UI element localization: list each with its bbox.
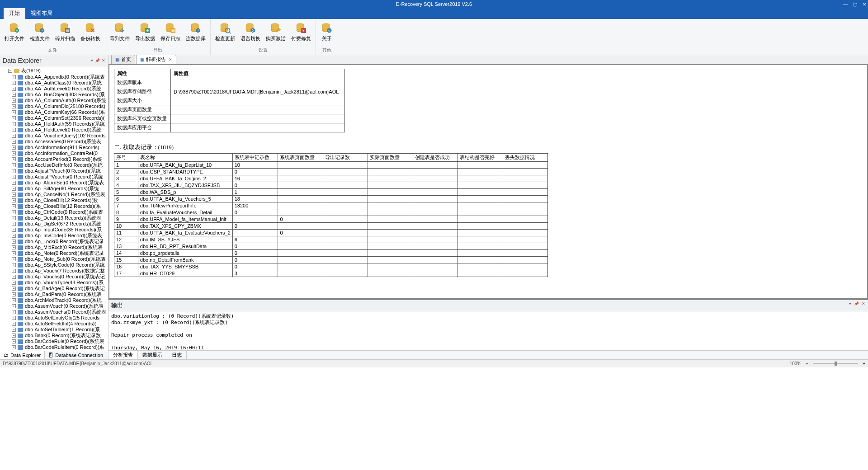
pin-icon[interactable]: 📌: [95, 58, 100, 63]
expand-icon[interactable]: +: [12, 134, 16, 138]
dropdown-icon[interactable]: ▾: [91, 58, 93, 63]
ribbon-导出数据[interactable]: 导出数据: [132, 20, 158, 47]
tree-node[interactable]: +dbo.Ap_Vouch(7 Records)(数据完整: [0, 268, 108, 274]
tree-node[interactable]: +dbo.AA_BusObject(303 Records)(系: [0, 92, 108, 98]
expand-icon[interactable]: +: [12, 328, 16, 332]
dropdown-icon[interactable]: ▾: [849, 301, 851, 310]
table-row[interactable]: 7dbo.TbNewPrnReportInfo13200: [114, 202, 548, 209]
expand-icon[interactable]: +: [12, 181, 16, 185]
tree-node[interactable]: +dbo.BarCodeRuleItem(0 Record)(系: [0, 344, 108, 350]
doc-tab-home[interactable]: ▦首页: [111, 55, 135, 64]
expand-icon[interactable]: +: [12, 339, 16, 343]
output-tab-data[interactable]: 数据显示: [138, 351, 167, 359]
expand-icon[interactable]: +: [12, 157, 16, 161]
expand-icon[interactable]: +: [12, 310, 16, 314]
tree-node[interactable]: +dbo.AccUseDefInfo(0 Record)(系统: [0, 162, 108, 168]
expand-icon[interactable]: +: [12, 146, 16, 150]
tree-node[interactable]: +dbo.AccInformation_ContraRef(0: [0, 150, 108, 156]
expand-icon[interactable]: +: [12, 93, 16, 97]
expand-icon[interactable]: +: [12, 334, 16, 338]
table-row[interactable]: 3dbo.UFFA_BAK_fa_Origins_216: [114, 175, 548, 182]
close-icon[interactable]: ✕: [863, 2, 866, 7]
expand-icon[interactable]: +: [12, 345, 16, 349]
tree-node[interactable]: +dbo.Ap_InvCode(0 Record)(系统表: [0, 233, 108, 239]
table-row[interactable]: 9dbo.UFFA_Model_fa_ItemsManual_Init0: [114, 216, 548, 223]
expand-icon[interactable]: +: [12, 169, 16, 173]
expand-icon[interactable]: +: [12, 240, 16, 244]
expand-icon[interactable]: +: [12, 251, 16, 255]
tree-node[interactable]: +dbo.AutoSetFieldInf(4 Records)(: [0, 321, 108, 327]
tree-node[interactable]: +dbo.Ap_InputCode(35 Records)(系: [0, 227, 108, 233]
table-row[interactable]: 11dbo.UFFA_BAK_fa_EvaluateVouchers_20: [114, 230, 548, 236]
tree-node[interactable]: +dbo.AA_Appendix(0 Record)(系统表: [0, 74, 108, 80]
tree-node[interactable]: +dbo.AA_ColumnKey(66 Records)(系: [0, 109, 108, 115]
table-row[interactable]: 8dbo.fa_EvaluateVouchers_Detail0: [114, 209, 548, 216]
table-row[interactable]: 1dbo.UFFA_BAK_fa_DeprList_1010: [114, 162, 548, 169]
panel-close-icon[interactable]: ✕: [102, 58, 105, 63]
ribbon-打开文件[interactable]: +打开文件: [2, 20, 27, 47]
tree-node[interactable]: +dbo.Ar_BadPara(0 Record)(系统表: [0, 291, 108, 297]
expand-icon[interactable]: +: [12, 104, 16, 108]
ribbon-碎片扫描[interactable]: 碎片扫描: [52, 20, 78, 47]
tree-node[interactable]: +dbo.AA_AuthClass(0 Record)(系统: [0, 80, 108, 86]
expand-icon[interactable]: +: [12, 287, 16, 291]
tree-node[interactable]: +dbo.Ap_Note_Sub(0 Record)(系统表: [0, 256, 108, 262]
ribbon-备份转换[interactable]: 备份转换: [78, 20, 103, 47]
ribbon-关于[interactable]: ?关于: [318, 20, 336, 47]
tree-node[interactable]: +dbo.AutoSetTableInf(1 Record)(系: [0, 327, 108, 333]
expand-icon[interactable]: +: [12, 263, 16, 267]
tree-node[interactable]: +dbo.Ap_CloseBill(12 Records)(数: [0, 197, 108, 203]
expand-icon[interactable]: +: [12, 316, 16, 320]
expand-icon[interactable]: +: [12, 187, 16, 191]
expand-icon[interactable]: +: [12, 99, 16, 103]
tree-node[interactable]: +dbo.Ap_Detail(19 Records)(系统表: [0, 215, 108, 221]
expand-icon[interactable]: +: [12, 298, 16, 302]
output-tab-analysis[interactable]: 分析报告: [108, 351, 138, 359]
expand-icon[interactable]: +: [12, 87, 16, 91]
table-row[interactable]: 14dbo.pp_srpdetails0: [114, 250, 548, 257]
expand-icon[interactable]: +: [12, 81, 16, 85]
tree-node[interactable]: +dbo.Ap_DigSet(672 Records)(系统: [0, 221, 108, 227]
tree-node[interactable]: +dbo.Ap_Lock(0 Record)(系统表记录: [0, 239, 108, 244]
table-row[interactable]: 2dbo.GSP_STANDARDTYPE0: [114, 169, 548, 175]
ribbon-付费修复[interactable]: ¥付费修复: [288, 20, 314, 47]
tree-node[interactable]: +dbo.Ap_SStyleCode(0 Record)(系统: [0, 262, 108, 268]
pin-icon[interactable]: 📌: [854, 301, 859, 310]
expand-icon[interactable]: +: [12, 245, 16, 249]
tree-node[interactable]: +dbo.AA_ColumnDic(25100 Records): [0, 103, 108, 109]
table-row[interactable]: 15dbo.nb_DetailFromBank0: [114, 257, 548, 263]
expand-icon[interactable]: +: [12, 275, 16, 279]
tree-node[interactable]: +dbo.AA_AuthLevel(0 Record)(系统: [0, 86, 108, 92]
tree-node[interactable]: +dbo.Ap_AlarmSet(0 Record)(系统表: [0, 180, 108, 186]
table-row[interactable]: 13dbo.HR_BD_RPT_ResultData0: [114, 243, 548, 250]
expand-icon[interactable]: +: [12, 304, 16, 308]
tree-node[interactable]: +dbo.AdjustPVouchs(0 Record)(系统: [0, 174, 108, 180]
expand-icon[interactable]: +: [12, 204, 16, 208]
expand-icon[interactable]: +: [12, 193, 16, 197]
tree-node[interactable]: +dbo.Bank(0 Record)(系统表记录数: [0, 333, 108, 338]
tree-node[interactable]: +dbo.AccInformation(911 Records): [0, 145, 108, 150]
expand-icon[interactable]: +: [12, 110, 16, 114]
tree-node[interactable]: +dbo.AdjustPVouch(0 Record)(系统: [0, 168, 108, 174]
ribbon-连数据库[interactable]: 连数据库: [183, 20, 208, 47]
zoom-slider[interactable]: [813, 363, 858, 364]
expand-icon[interactable]: +: [12, 198, 16, 202]
tree-node[interactable]: +dbo.AA_HoldAuth(59 Records)(系统: [0, 121, 108, 127]
tree-node[interactable]: +dbo.Ap_Note(0 Record)(系统表记录: [0, 250, 108, 256]
table-row[interactable]: 4dbo.TAX_XFS_JIU_BQZYDJSEJSB0: [114, 182, 548, 189]
tree-node[interactable]: +dbo.Ar_BadAge(0 Record)(系统表记: [0, 286, 108, 291]
tree-node[interactable]: +dbo.Ap_CtrlCode(0 Record)(系统表: [0, 209, 108, 215]
expand-icon[interactable]: +: [12, 122, 16, 126]
tree-node[interactable]: +dbo.Accessaries(0 Record)(系统表: [0, 139, 108, 145]
tree-node[interactable]: +dbo.AA_ColumnSet(2396 Records)(: [0, 115, 108, 121]
zoom-in-icon[interactable]: +: [863, 361, 865, 366]
tree-node[interactable]: +dbo.AA_VoucherQuery(102 Records: [0, 133, 108, 139]
tree-node[interactable]: +dbo.AssemVouch(0 Record)(系统表: [0, 303, 108, 309]
expand-icon[interactable]: +: [12, 222, 16, 226]
tree-node[interactable]: +dbo.AA_ColumnAuth(0 Record)(系统: [0, 98, 108, 103]
maximize-icon[interactable]: ▢: [853, 2, 857, 7]
tree-node[interactable]: +dbo.AutoSetEntityObj(25 Records: [0, 315, 108, 321]
table-row[interactable]: 12dbo.IM_SB_YJFS6: [114, 236, 548, 243]
expand-icon[interactable]: +: [12, 116, 16, 120]
expand-icon[interactable]: +: [12, 216, 16, 220]
